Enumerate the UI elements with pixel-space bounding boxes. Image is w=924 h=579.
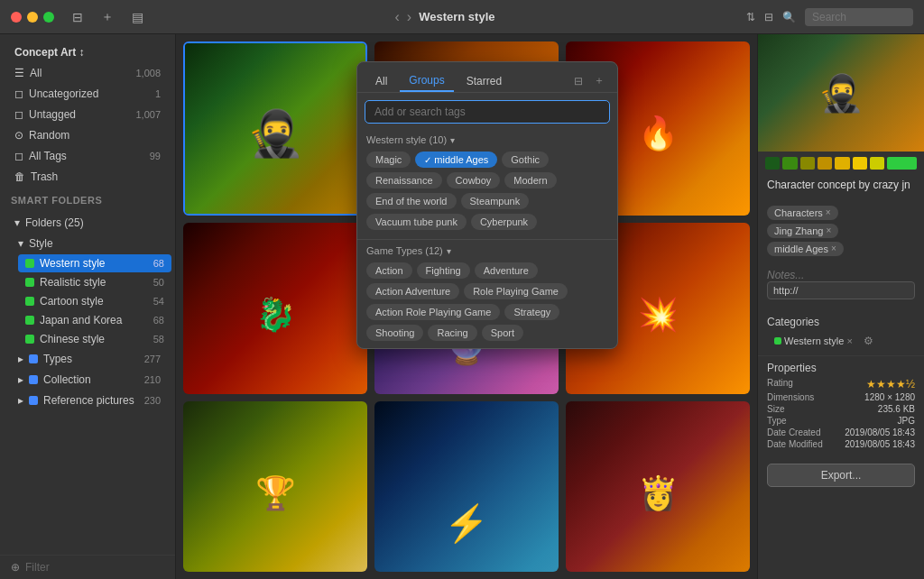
game-type-tags: Action Fighting Adventure Action Adventu… (357, 259, 617, 348)
untagged-icon: ◻ (14, 108, 23, 121)
sidebar-item-uncategorized[interactable]: ◻ Uncategorized 1 (4, 84, 171, 104)
tag-arpg[interactable]: Action Role Playing Game (366, 304, 500, 320)
maximize-button[interactable] (43, 12, 54, 23)
sidebar-collection[interactable]: ▸ Collection 210 (7, 370, 171, 390)
thumb-item-9[interactable]: 👸 shutterstock_762143239.jpg 2750 × 3500 (566, 401, 750, 572)
date-created-key: Date Created (767, 427, 820, 437)
minimize-button[interactable] (27, 12, 38, 23)
sidebar-toggle[interactable]: ⊟ (72, 10, 83, 24)
tag-cyberpunk[interactable]: Cyberpunk (471, 214, 537, 230)
sidebar-item-all-tags[interactable]: ◻ All Tags 99 (4, 146, 171, 166)
tab-all[interactable]: All (366, 71, 396, 91)
middle-ages-remove[interactable]: × (831, 244, 836, 253)
sidebar-item-random[interactable]: ⊙ Random (4, 125, 171, 145)
tag-jing-zhang[interactable]: Jing Zhang × (767, 224, 838, 238)
tag-vacuum-tube-punk[interactable]: Vacuum tube punk (366, 214, 467, 230)
nav-back[interactable]: ‹ (395, 9, 400, 25)
tag-cowboy[interactable]: Cowboy (447, 172, 501, 188)
add-button[interactable]: ＋ (101, 9, 114, 25)
sidebar-style-folder[interactable]: ▾ Style (7, 234, 171, 253)
preview-image: 🥷 (758, 34, 924, 152)
url-input[interactable] (767, 281, 915, 299)
sidebar-chinese-style[interactable]: Chinese style 58 (18, 330, 171, 348)
sidebar-item-trash[interactable]: 🗑 Trash (4, 167, 171, 187)
tag-steampunk[interactable]: Steampunk (461, 193, 530, 209)
tag-rpg[interactable]: Role Playing Game (464, 283, 568, 299)
rating-stars[interactable]: ★★★★½ (866, 378, 915, 391)
sidebar-western-style[interactable]: Western style 68 (18, 254, 171, 272)
sidebar-types[interactable]: ▸ Types 277 (7, 349, 171, 369)
smart-folders-header: Smart Folders (0, 189, 175, 208)
japan-count: 68 (153, 315, 164, 326)
cat-western-style[interactable]: Western style × (769, 334, 858, 348)
all-icon: ☰ (14, 67, 24, 79)
thumb-item-7[interactable]: 🏆 crazy-jn-1705-05.jpg 1920 × 1920 (183, 401, 367, 572)
group-collapse-icon[interactable]: ▾ (450, 135, 455, 145)
filter-icon[interactable]: ⊟ (764, 11, 773, 23)
date-modified-key: Date Modified (767, 439, 823, 449)
tab-groups[interactable]: Groups (400, 70, 453, 92)
date-created-val: 2019/08/05 18:43 (845, 427, 915, 437)
tag-strategy[interactable]: Strategy (504, 304, 559, 320)
sidebar-reference[interactable]: ▸ Reference pictures 230 (7, 391, 171, 410)
thumb-item-4[interactable]: 🐉 crazy-jn-1808doge2.jpg 1920 × 1920 (183, 223, 367, 393)
sidebar-uncategorized-label: Uncategorized (29, 87, 98, 100)
search-input[interactable] (805, 8, 913, 26)
tag-renaissance[interactable]: Renaissance (366, 172, 442, 188)
tag-end-of-world[interactable]: End of the world (366, 193, 457, 209)
tag-fighting[interactable]: Fighting (417, 262, 470, 279)
sidebar-folders[interactable]: ▾ Folders (25) (4, 213, 171, 233)
export-button[interactable]: Export... (767, 464, 915, 487)
thumb-item-1[interactable]: 🥷 Character concept by crazy jn.jpg 1280… (183, 41, 367, 216)
cat-remove[interactable]: × (846, 335, 852, 346)
thumb-item-8[interactable]: ⚡ crazy-jn-uther-lightbringer.jpg (374, 401, 559, 572)
sidebar-japan-korea[interactable]: Japan and Korea 68 (18, 311, 171, 329)
tag-adventure[interactable]: Adventure (475, 262, 538, 279)
tag-action-adventure[interactable]: Action Adventure (366, 283, 459, 299)
popup-filter-icon[interactable]: ⊟ (570, 71, 587, 91)
cartoon-count: 54 (153, 296, 164, 307)
tag-popup: All Groups Starred ⊟ ＋ Western style (10… (356, 61, 618, 349)
notes-input[interactable] (767, 269, 915, 281)
game-group-collapse-icon[interactable]: ▾ (447, 246, 451, 256)
panel-tags-section: Characters × Jing Zhang × middle Ages × (758, 198, 924, 263)
thumb-image-8: ⚡ (374, 401, 559, 572)
collection-label: Collection (43, 373, 91, 386)
sidebar-cartoon-style[interactable]: Cartoon style 54 (18, 292, 171, 310)
tag-shooting[interactable]: Shooting (366, 325, 423, 341)
sidebar-realistic-style[interactable]: Realistic style 50 (18, 273, 171, 291)
nav-forward[interactable]: › (407, 9, 411, 25)
popup-add-icon[interactable]: ＋ (590, 69, 608, 92)
random-icon: ⊙ (14, 129, 23, 142)
tag-search-input[interactable] (365, 100, 610, 124)
categories-label: Categories (767, 316, 915, 328)
cat-dot (774, 337, 781, 345)
tag-gothic[interactable]: Gothic (502, 152, 549, 168)
size-val: 235.6 KB (878, 404, 915, 414)
tag-middle-ages[interactable]: ✓middle Ages (415, 152, 497, 168)
layout-button[interactable]: ▤ (132, 10, 143, 24)
filter-icon-sidebar: ⊕ (11, 561, 20, 574)
tab-starred[interactable]: Starred (457, 71, 511, 91)
close-button[interactable] (11, 12, 22, 23)
cat-settings-icon[interactable]: ⚙ (864, 335, 873, 347)
tag-action[interactable]: Action (366, 262, 412, 279)
characters-remove[interactable]: × (826, 207, 831, 217)
sidebar-item-untagged[interactable]: ◻ Untagged 1,007 (4, 105, 171, 124)
western-style-group-label: Western style (10) ▾ (357, 131, 617, 148)
sidebar-concept-art[interactable]: Concept Art ↕ (4, 42, 171, 62)
tag-racing[interactable]: Racing (428, 325, 476, 341)
tag-magic[interactable]: Magic (366, 152, 411, 168)
swatch-6 (853, 157, 867, 170)
swatch-8 (887, 157, 917, 170)
tag-modern[interactable]: Modern (504, 172, 556, 188)
thumb-image-4: 🐉 (183, 223, 367, 393)
sort-icon[interactable]: ⇅ (746, 11, 755, 23)
folders-arrow: ▾ (14, 216, 20, 229)
sidebar-item-all[interactable]: ☰ All 1,008 (4, 63, 171, 83)
tag-characters[interactable]: Characters × (767, 206, 838, 220)
tag-sport[interactable]: Sport (482, 325, 523, 341)
tag-middle-ages-panel[interactable]: middle Ages × (767, 242, 844, 256)
jing-zhang-remove[interactable]: × (826, 225, 831, 235)
preview-emoji: 🥷 (818, 72, 864, 115)
